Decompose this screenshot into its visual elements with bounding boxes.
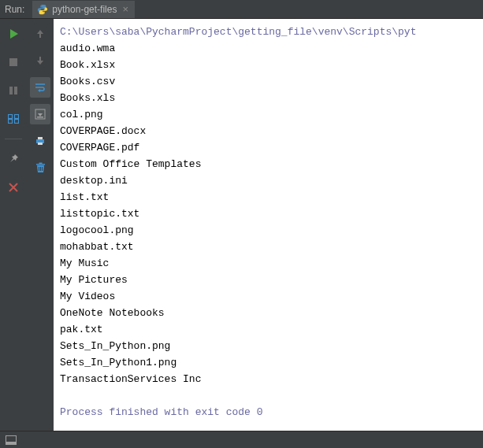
run-label: Run: xyxy=(0,4,31,15)
svg-rect-4 xyxy=(9,120,13,124)
clear-button[interactable] xyxy=(30,157,50,178)
pin-button[interactable] xyxy=(3,149,24,169)
stop-button[interactable] xyxy=(3,52,24,72)
up-button[interactable] xyxy=(30,24,50,44)
main-area: C:\Users\saba\PycharmProject\getting_fil… xyxy=(0,19,483,431)
toolbar-left-2 xyxy=(27,19,54,431)
separator xyxy=(5,139,22,139)
layout-button[interactable] xyxy=(3,109,24,129)
svg-rect-0 xyxy=(9,58,17,66)
run-header: Run: python-get-files × xyxy=(0,0,483,19)
svg-rect-3 xyxy=(9,115,13,119)
svg-rect-10 xyxy=(38,137,43,139)
svg-rect-1 xyxy=(9,87,13,94)
print-button[interactable] xyxy=(30,131,50,151)
scroll-to-end-button[interactable] xyxy=(30,104,50,124)
svg-rect-6 xyxy=(15,120,19,124)
rerun-button[interactable] xyxy=(3,24,24,44)
python-icon xyxy=(37,4,48,15)
svg-rect-12 xyxy=(36,164,45,165)
svg-rect-15 xyxy=(6,442,17,445)
status-bar xyxy=(0,431,483,448)
tab-label: python-get-files xyxy=(52,4,117,15)
close-button[interactable] xyxy=(3,177,24,198)
close-tab-icon[interactable]: × xyxy=(121,4,130,14)
svg-rect-11 xyxy=(38,143,43,145)
svg-rect-8 xyxy=(37,117,43,118)
svg-rect-5 xyxy=(15,115,19,119)
soft-wrap-button[interactable] xyxy=(30,77,50,98)
console-wrap: C:\Users\saba\PycharmProject\getting_fil… xyxy=(54,19,483,431)
down-button[interactable] xyxy=(30,50,50,71)
tool-windows-icon[interactable] xyxy=(3,432,19,448)
pause-button[interactable] xyxy=(3,80,24,101)
svg-rect-2 xyxy=(14,87,17,94)
toolbar-left xyxy=(0,19,27,431)
run-tab[interactable]: python-get-files × xyxy=(32,1,135,18)
console-output[interactable]: C:\Users\saba\PycharmProject\getting_fil… xyxy=(54,19,483,431)
svg-rect-13 xyxy=(39,163,42,165)
